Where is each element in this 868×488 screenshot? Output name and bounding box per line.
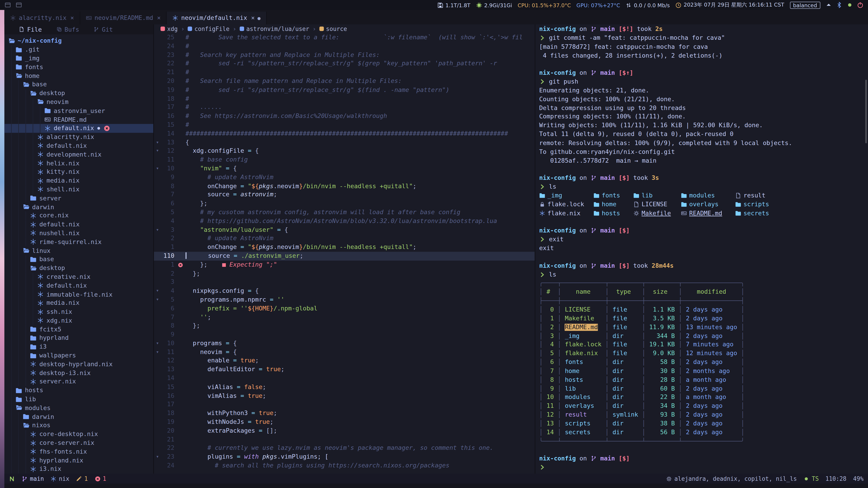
tree-item[interactable]: development.nix xyxy=(4,150,153,159)
tree-item[interactable]: immutable-file.nix xyxy=(4,290,153,299)
tree-item[interactable]: neovim xyxy=(4,98,153,106)
tree-item[interactable]: core-server.nix xyxy=(4,438,153,447)
tree-item[interactable]: darwin xyxy=(4,203,153,212)
text: │ xyxy=(557,350,561,357)
tree-item[interactable]: fhs-fonts.nix xyxy=(4,447,153,456)
power-icon[interactable] xyxy=(857,2,864,8)
tree-item[interactable]: rime-squirrel.nix xyxy=(4,237,153,246)
fold-arrow-icon[interactable]: ▾ xyxy=(154,138,161,147)
indicator-icon[interactable] xyxy=(846,2,853,8)
tree-item[interactable]: i3.nix xyxy=(4,465,153,474)
error-icon xyxy=(103,125,110,131)
fold-arrow-icon[interactable]: ▾ xyxy=(154,225,161,234)
breadcrumb-item[interactable]: configFile xyxy=(188,26,229,32)
text: │ xyxy=(539,289,543,296)
bluetooth-icon[interactable] xyxy=(836,2,842,8)
tree-item[interactable]: shell.nix xyxy=(4,185,153,194)
breadcrumb-item[interactable]: astronvim/lua/user xyxy=(240,26,309,32)
window-button-1-icon[interactable] xyxy=(4,2,11,8)
tray-expand-icon[interactable] xyxy=(825,2,832,8)
folder-open-icon xyxy=(23,422,29,429)
terminal-scrollbar-thumb[interactable] xyxy=(865,80,867,143)
tree-item[interactable]: media.nix xyxy=(4,176,153,185)
tree-item-label: desktop xyxy=(39,265,65,272)
folder-icon xyxy=(30,256,36,263)
tree-item[interactable]: xdg.nix xyxy=(4,316,153,325)
tree-item[interactable]: server xyxy=(4,194,153,203)
tree-item[interactable]: hyprland xyxy=(4,334,153,343)
indent-guide xyxy=(8,133,16,141)
tree-item[interactable]: lib xyxy=(4,395,153,404)
tree-item[interactable]: alacritty.nix xyxy=(4,133,153,141)
window-button-2-icon[interactable] xyxy=(16,2,22,8)
breadcrumb-item[interactable]: source xyxy=(319,26,347,32)
tree-item[interactable]: default.nix xyxy=(4,220,153,229)
fold-arrow-icon[interactable]: ▾ xyxy=(154,287,161,295)
fold-arrow-icon[interactable]: ▾ xyxy=(154,348,161,357)
tree-item[interactable]: wallpapers xyxy=(4,351,153,360)
text xyxy=(561,315,565,322)
neotree-source-bufs[interactable]: Bufs xyxy=(56,26,79,33)
tree-item[interactable]: darwin xyxy=(4,412,153,421)
tree-item[interactable]: server.nix xyxy=(4,377,153,386)
indent-guide xyxy=(8,430,16,439)
tree-item[interactable]: media.nix xyxy=(4,299,153,307)
buffer-tab[interactable]: neovim/default.nix×● xyxy=(167,11,267,24)
terminal-pane[interactable]: nix-config on main [$!] took 2s git comm… xyxy=(535,24,868,474)
close-icon[interactable]: × xyxy=(157,14,161,22)
tree-item[interactable]: astronvim_user xyxy=(4,106,153,115)
close-icon[interactable]: × xyxy=(251,14,255,22)
text: { xyxy=(255,147,259,155)
tree-item[interactable]: kitty.nix xyxy=(4,168,153,176)
fold-arrow-icon[interactable]: ▾ xyxy=(154,295,161,304)
tree-item[interactable]: core-desktop.nix xyxy=(4,430,153,439)
tree-item[interactable]: helix.nix xyxy=(4,159,153,168)
neotree-source-git[interactable]: Git xyxy=(94,26,113,33)
fold-arrow-icon[interactable]: ▾ xyxy=(154,453,161,462)
fold-arrow-icon[interactable]: ▾ xyxy=(154,339,161,348)
tree-item[interactable]: .git xyxy=(4,45,153,54)
tree-item[interactable]: desktop-hyprland.nix xyxy=(4,360,153,369)
tree-item[interactable]: linux xyxy=(4,246,153,255)
table-cell-size: 30 B xyxy=(646,367,679,375)
text: = xyxy=(237,392,248,399)
close-icon[interactable]: × xyxy=(70,14,74,22)
tree-item[interactable]: desktop-i3.nix xyxy=(4,369,153,378)
code-area[interactable]: 25# Save the selected text to a file: `:… xyxy=(154,33,535,474)
breadcrumb-item[interactable]: xdg xyxy=(160,26,178,32)
tree-item[interactable]: desktop xyxy=(4,264,153,272)
text: ; xyxy=(262,392,266,399)
breadcrumb-label: xdg xyxy=(167,26,178,32)
neotree-source-file[interactable]: File xyxy=(19,26,42,33)
buffer-tab[interactable]: neovim/README.md× xyxy=(80,11,166,24)
ls-grid-cell: flake.nix xyxy=(539,209,593,217)
tree-item[interactable]: default.nix● xyxy=(4,124,153,133)
tree-item[interactable]: README.md xyxy=(4,115,153,124)
code-line: 4 # https://github.com/AstroNvim/AstroNv… xyxy=(154,217,535,225)
tree-item[interactable]: default.nix xyxy=(4,281,153,290)
buffer-tab[interactable]: alacritty.nix× xyxy=(4,11,80,24)
tree-item[interactable]: hyprland.nix xyxy=(4,456,153,465)
tree-item[interactable]: core.nix xyxy=(4,211,153,220)
code-line: 22 # currently we use lazy.nvim as neovi… xyxy=(154,444,535,453)
tree-item[interactable]: _img xyxy=(4,54,153,63)
tree-item[interactable]: ~/nix-config xyxy=(4,37,153,45)
tree-item[interactable]: hosts xyxy=(4,386,153,395)
tree-item[interactable]: base xyxy=(4,80,153,89)
tree-item[interactable]: base xyxy=(4,255,153,264)
error-count: 1 xyxy=(94,475,106,482)
tree-item[interactable]: nushell.nix xyxy=(4,229,153,238)
tree-item[interactable]: nixos xyxy=(4,421,153,430)
tree-item[interactable]: fonts xyxy=(4,63,153,72)
tree-item[interactable]: desktop xyxy=(4,89,153,98)
treesitter-status: TS xyxy=(804,475,819,482)
tree-item[interactable]: default.nix xyxy=(4,141,153,150)
fold-arrow-icon[interactable]: ▾ xyxy=(154,164,161,173)
fold-arrow-icon[interactable]: ▾ xyxy=(154,147,161,156)
tree-item[interactable]: ssh.nix xyxy=(4,307,153,316)
tree-item[interactable]: fcitx5 xyxy=(4,325,153,334)
tree-item[interactable]: creative.nix xyxy=(4,272,153,281)
tree-item[interactable]: home xyxy=(4,71,153,80)
tree-item[interactable]: i3 xyxy=(4,343,153,351)
tree-item[interactable]: modules xyxy=(4,403,153,412)
